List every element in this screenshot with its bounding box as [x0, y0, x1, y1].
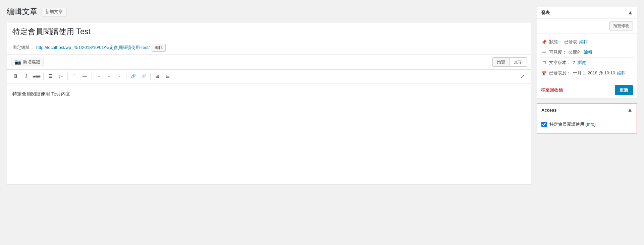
published-edit-link[interactable]: 編輯 [617, 70, 626, 76]
access-info-link[interactable]: Info [587, 122, 594, 127]
preview-button[interactable]: 預覽修改 [609, 21, 633, 30]
editor-toolbar-buttons: B I ABC ☰ 1≡ " [7, 70, 531, 83]
publish-box: 發表 ▲ 預覽修改 📌 狀態： 已發表 編輯 👁 可見度： 公開的 [537, 7, 637, 98]
visibility-edit-link[interactable]: 編輯 [584, 49, 592, 55]
add-media-label: 新增媒體 [23, 59, 40, 65]
fullscreen-button[interactable]: ⤢ [518, 72, 527, 81]
publish-collapse-icon[interactable]: ▲ [628, 10, 633, 16]
access-box: Access ▲ 特定會員閱讀使用 (Info) [537, 104, 637, 133]
table-icon: ⊞ [155, 73, 159, 79]
revisions-value: 2 [573, 60, 575, 65]
fullscreen-icon: ⤢ [520, 73, 525, 79]
update-button[interactable]: 更新 [615, 85, 633, 95]
toolbar-left: B I ABC ☰ 1≡ " [11, 72, 172, 81]
hr-icon: — [83, 74, 87, 79]
align-right-button[interactable]: ≡ [115, 72, 124, 81]
editor-toolbar-top: 📷 新增媒體 預覽 文字 [7, 55, 531, 70]
editor-content[interactable]: 特定會員閱讀使用 Test 內文 [7, 83, 531, 184]
access-checkbox[interactable] [541, 122, 547, 127]
access-box-body: 特定會員閱讀使用 (Info) [537, 116, 637, 133]
published-label: 已發表於： [549, 70, 571, 76]
hr-button[interactable]: — [80, 72, 90, 81]
revisions-row: ⏱ 文章版本： 2 瀏覽 [541, 58, 633, 68]
published-value: 十月 1, 2018 @ 10:10 [573, 70, 615, 76]
link-button[interactable]: 🔗 [128, 72, 138, 81]
revisions-label: 文章版本： [549, 60, 571, 66]
calendar-icon: 📅 [541, 71, 547, 76]
status-icon: 📌 [541, 40, 547, 45]
visibility-label: 可見度： [549, 49, 567, 55]
publish-box-title: 發表 [541, 10, 550, 16]
align-center-icon: ≡ [108, 74, 110, 78]
add-media-button[interactable]: 📷 新增媒體 [11, 58, 44, 66]
tab-preview[interactable]: 預覽 [492, 57, 510, 67]
visibility-row: 👁 可見度： 公開的 編輯 [541, 47, 633, 58]
permalink-bar: 固定網址： http://localhost/wp_451/2018/10/01… [7, 41, 531, 55]
media-icon: 📷 [15, 59, 21, 65]
status-row: 📌 狀態： 已發表 編輯 [541, 37, 633, 47]
grid-icon: ⊟ [166, 73, 170, 79]
strikethrough-button[interactable]: ABC [32, 72, 41, 81]
bold-button[interactable]: B [11, 72, 20, 81]
access-checkbox-label: 特定會員閱讀使用 (Info) [549, 121, 596, 127]
visibility-icon: 👁 [541, 50, 547, 55]
unordered-list-icon: ☰ [48, 73, 53, 79]
toolbar-sep-5 [150, 73, 151, 80]
publish-box-header: 發表 ▲ [537, 7, 637, 19]
revisions-browse-link[interactable]: 瀏覽 [577, 60, 586, 66]
toolbar-sep-2 [67, 73, 68, 80]
visibility-value: 公開的 [569, 49, 582, 55]
italic-button[interactable]: I [21, 72, 31, 81]
access-box-title: Access [541, 108, 557, 113]
publish-box-body: 📌 狀態： 已發表 編輯 👁 可見度： 公開的 編輯 ⏱ 文章版本： 2 [537, 34, 637, 82]
align-left-button[interactable]: ≡ [94, 72, 103, 81]
sidebar: 發表 ▲ 預覽修改 📌 狀態： 已發表 編輯 👁 可見度： 公開的 [537, 7, 637, 184]
status-value: 已發表 [564, 39, 577, 45]
link-icon: 🔗 [131, 74, 136, 79]
access-box-header: Access ▲ [537, 104, 637, 116]
align-left-icon: ≡ [98, 74, 100, 78]
unordered-list-button[interactable]: ☰ [46, 72, 55, 81]
permalink-edit-button[interactable]: 編輯 [152, 44, 166, 52]
blockquote-icon: " [73, 73, 76, 79]
permalink-link[interactable]: http://localhost/wp_451/2018/10/01/特定會員閱… [36, 45, 150, 51]
blockquote-button[interactable]: " [70, 72, 79, 81]
align-center-button[interactable]: ≡ [104, 72, 114, 81]
editor-container: 固定網址： http://localhost/wp_451/2018/10/01… [7, 22, 531, 184]
page-title: 編輯文章 [7, 7, 38, 17]
toolbar-sep-1 [43, 73, 44, 80]
unlink-icon: 🔗 [141, 74, 146, 79]
content-text: 特定會員閱讀使用 Test 內文 [12, 90, 526, 98]
access-checkbox-row: 特定會員閱讀使用 (Info) [541, 119, 633, 129]
publish-footer: 移至回收桶 更新 [537, 82, 637, 98]
trash-link[interactable]: 移至回收桶 [541, 87, 563, 93]
view-tabs: 預覽 文字 [492, 57, 527, 67]
grid-button[interactable]: ⊟ [163, 72, 172, 81]
revisions-icon: ⏱ [541, 60, 547, 65]
toolbar-sep-4 [126, 73, 126, 80]
ordered-list-icon: 1≡ [59, 74, 63, 78]
unlink-button[interactable]: 🔗 [139, 72, 148, 81]
toolbar-sep-3 [92, 73, 92, 80]
tab-text[interactable]: 文字 [510, 57, 527, 67]
table-button[interactable]: ⊞ [153, 72, 162, 81]
post-title-input[interactable] [7, 22, 531, 41]
published-date-row: 📅 已發表於： 十月 1, 2018 @ 10:10 編輯 [541, 68, 633, 78]
ordered-list-button[interactable]: 1≡ [56, 72, 65, 81]
status-edit-link[interactable]: 編輯 [579, 39, 588, 45]
permalink-label: 固定網址： [12, 45, 34, 51]
new-post-button[interactable]: 新增文章 [42, 7, 66, 16]
strikethrough-label: ABC [33, 74, 41, 78]
access-collapse-icon[interactable]: ▲ [627, 107, 633, 113]
align-right-icon: ≡ [118, 74, 120, 78]
status-label: 狀態： [549, 39, 562, 45]
publish-actions-top: 預覽修改 [537, 19, 637, 34]
